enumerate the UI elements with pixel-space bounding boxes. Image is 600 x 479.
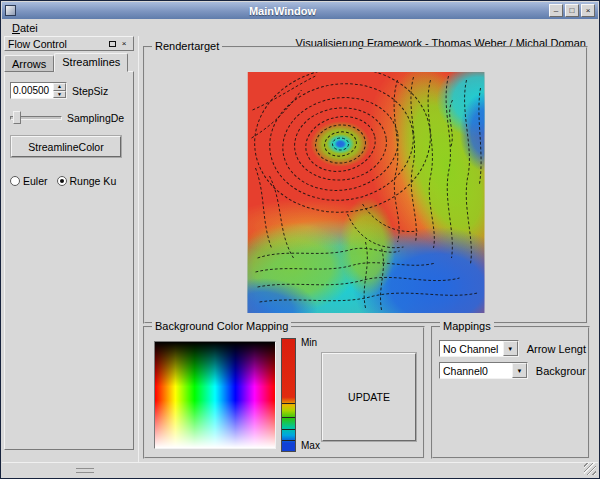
radio-euler[interactable]: Euler xyxy=(10,175,48,187)
sampling-density-slider[interactable] xyxy=(10,110,62,125)
mappings-group: Mappings No Channel ▼ Arrow Lengt Channe… xyxy=(431,326,590,459)
float-glyph xyxy=(109,41,116,47)
background-channel-row: Channel0 ▼ Backgrour xyxy=(439,362,586,379)
transfer-function-colorbar[interactable] xyxy=(281,338,296,452)
arrow-length-combobox-value[interactable]: No Channel xyxy=(440,341,503,356)
arrow-length-label: Arrow Lengt xyxy=(527,343,586,355)
titlebar[interactable]: MainWindow – □ × xyxy=(2,2,598,19)
arrow-length-row: No Channel ▼ Arrow Lengt xyxy=(439,340,586,357)
window-resize-grip[interactable] xyxy=(584,463,596,475)
update-button[interactable]: UPDATE xyxy=(322,353,416,441)
chevron-down-icon[interactable]: ▼ xyxy=(503,341,518,356)
background-color-mapping-group: Background Color Mapping Min Max UPDATE xyxy=(143,326,425,459)
sampling-density-label: SamplingDe xyxy=(67,112,124,124)
dock-titlebar[interactable]: Flow Control × xyxy=(4,36,134,51)
step-size-value[interactable]: 0.00500 xyxy=(11,83,53,98)
dock-float-icon[interactable] xyxy=(106,38,118,49)
client-area: Flow Control × Arrows Streamlines 0.0050… xyxy=(2,36,598,462)
dock-resize-grip[interactable] xyxy=(76,468,94,473)
radio-runge-kutta-label: Runge Ku xyxy=(70,175,117,187)
streamlines-panel: 0.00500 ▲ ▼ StepSiz SamplingDe xyxy=(4,71,134,450)
window-icon xyxy=(5,5,16,16)
step-size-spinbox[interactable]: 0.00500 ▲ ▼ xyxy=(10,82,67,99)
flow-control-tabs: Arrows Streamlines xyxy=(4,53,128,72)
dock-title: Flow Control xyxy=(8,38,106,50)
radio-runge-kutta-circle[interactable] xyxy=(57,176,67,186)
chevron-down-icon[interactable]: ▼ xyxy=(512,363,527,378)
spin-arrows: ▲ ▼ xyxy=(53,83,66,98)
background-channel-label: Backgrour xyxy=(536,365,586,377)
rendertarget-group: Rendertarget xyxy=(143,46,588,324)
slider-handle[interactable] xyxy=(13,111,21,124)
menu-item-datei[interactable]: Datei xyxy=(6,21,44,35)
window-controls: – □ × xyxy=(549,4,595,17)
rendertarget-group-title: Rendertarget xyxy=(152,40,222,52)
close-icon[interactable]: × xyxy=(581,4,595,17)
step-size-label: StepSiz xyxy=(72,85,108,97)
spin-up-icon[interactable]: ▲ xyxy=(53,83,66,91)
main-content: Visualisierung Framework - Thomas Weber … xyxy=(138,36,596,462)
flow-field-visualization[interactable] xyxy=(247,72,484,313)
integration-method-group: Euler Runge Ku xyxy=(10,175,128,187)
statusbar xyxy=(2,462,598,477)
flow-field-svg xyxy=(247,72,484,313)
main-window: MainWindow – □ × Datei Flow Control × Ar… xyxy=(0,0,600,479)
tab-arrows[interactable]: Arrows xyxy=(4,55,54,72)
menubar: Datei xyxy=(2,19,598,36)
streamline-color-button[interactable]: StreamlineColor xyxy=(11,136,121,157)
spin-down-icon[interactable]: ▼ xyxy=(53,91,66,99)
tab-streamlines[interactable]: Streamlines xyxy=(54,53,128,72)
radio-euler-label: Euler xyxy=(23,175,48,187)
colorbar-max-label: Max xyxy=(301,440,320,451)
radio-euler-circle[interactable] xyxy=(10,176,20,186)
hsv-color-picker[interactable] xyxy=(154,341,276,449)
minimize-icon[interactable]: – xyxy=(549,4,563,17)
background-channel-combobox[interactable]: Channel0 ▼ xyxy=(439,362,528,379)
colorbar-min-label: Min xyxy=(301,337,317,348)
mappings-group-title: Mappings xyxy=(440,320,494,332)
arrow-length-combobox[interactable]: No Channel ▼ xyxy=(439,340,519,357)
radio-runge-kutta[interactable]: Runge Ku xyxy=(57,175,117,187)
flow-control-dock: Flow Control × Arrows Streamlines 0.0050… xyxy=(4,36,136,462)
window-title: MainWindow xyxy=(20,5,545,17)
background-color-mapping-title: Background Color Mapping xyxy=(152,320,291,332)
background-channel-combobox-value[interactable]: Channel0 xyxy=(440,363,512,378)
dock-close-icon[interactable]: × xyxy=(118,38,130,49)
maximize-icon[interactable]: □ xyxy=(565,4,579,17)
